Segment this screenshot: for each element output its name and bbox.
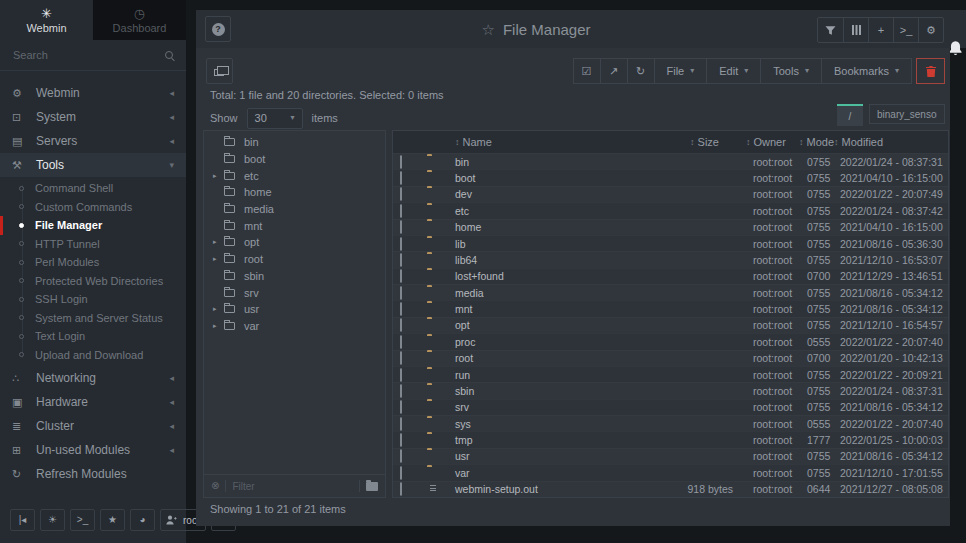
row-checkbox[interactable] xyxy=(400,204,402,218)
table-row-lost-found[interactable]: lost+foundroot:root07002021/12/29 - 13:4… xyxy=(393,268,948,284)
collapse-sidebar-button[interactable]: |◂ xyxy=(10,509,35,531)
table-row-bin[interactable]: binroot:root07552022/01/24 - 08:37:31 xyxy=(393,153,948,169)
row-checkbox[interactable] xyxy=(400,482,402,496)
sidebar-category-un-used-modules[interactable]: ⊞Un-used Modules◂ xyxy=(0,438,186,462)
row-checkbox[interactable] xyxy=(400,286,402,300)
favorite-star-icon[interactable]: ☆ xyxy=(482,22,495,37)
tree-expand-icon[interactable]: ▸ xyxy=(213,172,224,180)
tree-item-sbin[interactable]: sbin xyxy=(204,268,385,285)
table-row-etc[interactable]: etcroot:root07552022/01/24 - 08:37:42 xyxy=(393,202,948,218)
table-row-tmp[interactable]: tmproot:root17772022/01/25 - 10:00:03 xyxy=(393,431,948,447)
menu-tools-button[interactable]: Tools▾ xyxy=(760,58,822,84)
tree-expand-icon[interactable]: ▸ xyxy=(213,305,224,313)
table-row-var[interactable]: varroot:root07552021/12/10 - 17:01:55 xyxy=(393,464,948,480)
tree-filter-input[interactable] xyxy=(232,481,353,492)
menu-file-button[interactable]: File▾ xyxy=(654,58,708,84)
sidebar-item-http-tunnel[interactable]: HTTP Tunnel xyxy=(0,235,186,254)
refresh-button[interactable]: ↻ xyxy=(627,58,655,84)
terminal-button[interactable]: >_ xyxy=(70,509,95,531)
table-row-sys[interactable]: sysroot:root05552022/01/22 - 20:07:40 xyxy=(393,415,948,431)
language-button[interactable]: ◕ xyxy=(130,509,155,531)
select-all-button[interactable]: ☑ xyxy=(573,58,601,84)
folder-select-icon[interactable] xyxy=(366,482,378,491)
tree-item-var[interactable]: ▸var xyxy=(204,318,385,335)
tree-expand-icon[interactable]: ▸ xyxy=(213,322,224,330)
show-items-select[interactable]: 30 ▾ xyxy=(247,108,303,129)
menu-bookmarks-button[interactable]: Bookmarks▾ xyxy=(821,58,912,84)
row-checkbox[interactable] xyxy=(400,417,402,431)
table-row-opt[interactable]: optroot:root07552021/12/10 - 16:54:57 xyxy=(393,317,948,333)
sidebar-category-refresh-modules[interactable]: ↻Refresh Modules xyxy=(0,462,186,486)
table-row-lib64[interactable]: lib64root:root07552021/12/10 - 16:53:07 xyxy=(393,251,948,267)
tree-expand-icon[interactable]: ▸ xyxy=(213,255,224,263)
row-checkbox[interactable] xyxy=(400,384,402,398)
gear-button[interactable]: ⚙ xyxy=(918,18,943,42)
sidebar-item-upload-and-download[interactable]: Upload and Download xyxy=(0,346,186,365)
sidebar-category-servers[interactable]: ▤Servers◂ xyxy=(0,129,186,153)
menu-edit-button[interactable]: Edit▾ xyxy=(706,58,761,84)
row-checkbox[interactable] xyxy=(400,302,402,316)
row-checkbox[interactable] xyxy=(400,187,402,201)
row-checkbox[interactable] xyxy=(400,220,402,234)
row-checkbox[interactable] xyxy=(400,237,402,251)
sidebar-category-networking[interactable]: ∴Networking◂ xyxy=(0,366,186,390)
table-row-usr[interactable]: usrroot:root07552021/08/16 - 05:34:12 xyxy=(393,448,948,464)
table-row-media[interactable]: mediaroot:root07552021/08/16 - 05:34:12 xyxy=(393,284,948,300)
row-checkbox[interactable] xyxy=(400,253,402,267)
copy-path-button[interactable] xyxy=(206,58,233,84)
tree-item-media[interactable]: media xyxy=(204,201,385,218)
breadcrumb-root-button[interactable]: / xyxy=(837,104,863,126)
table-row-dev[interactable]: devroot:root07552022/01/22 - 20:07:49 xyxy=(393,186,948,202)
tab-dashboard[interactable]: ◷ Dashboard xyxy=(93,0,186,40)
table-row-boot[interactable]: bootroot:root07552021/04/10 - 16:15:00 xyxy=(393,169,948,185)
sidebar-item-ssh-login[interactable]: SSH Login xyxy=(0,290,186,309)
sidebar-item-protected-web-directories[interactable]: Protected Web Directories xyxy=(0,272,186,291)
column-header-modified[interactable]: ↕Modified xyxy=(833,136,948,148)
clear-filter-icon[interactable]: ⊗ xyxy=(211,481,219,491)
row-checkbox[interactable] xyxy=(400,155,402,169)
table-row-proc[interactable]: procroot:root05552022/01/22 - 20:07:40 xyxy=(393,333,948,349)
search-input[interactable] xyxy=(13,49,159,61)
column-header-owner[interactable]: ↕Owner xyxy=(737,136,795,148)
row-checkbox[interactable] xyxy=(400,269,402,283)
table-row-sbin[interactable]: sbinroot:root07552022/01/24 - 08:37:31 xyxy=(393,382,948,398)
filter-button[interactable] xyxy=(818,18,843,42)
sidebar-item-file-manager[interactable]: File Manager xyxy=(0,216,186,235)
table-row-srv[interactable]: srvroot:root07552021/08/16 - 05:34:12 xyxy=(393,399,948,415)
table-row-lib[interactable]: libroot:root07552021/08/16 - 05:36:30 xyxy=(393,235,948,251)
table-row-home[interactable]: homeroot:root07552021/04/10 - 16:15:00 xyxy=(393,219,948,235)
table-row-root[interactable]: rootroot:root07002022/01/20 - 10:42:13 xyxy=(393,350,948,366)
sidebar-item-system-and-server-status[interactable]: System and Server Status xyxy=(0,309,186,328)
trash-button[interactable] xyxy=(916,58,945,84)
sidebar-category-tools[interactable]: ⚒Tools▾ xyxy=(0,153,186,177)
sidebar-item-command-shell[interactable]: Command Shell xyxy=(0,179,186,198)
tree-item-root[interactable]: ▸root xyxy=(204,251,385,268)
row-checkbox[interactable] xyxy=(400,318,402,332)
tree-item-opt[interactable]: ▸opt xyxy=(204,234,385,251)
table-row-run[interactable]: runroot:root07552022/01/22 - 20:09:21 xyxy=(393,366,948,382)
favorites-button[interactable]: ★ xyxy=(100,509,125,531)
sidebar-item-custom-commands[interactable]: Custom Commands xyxy=(0,198,186,217)
tree-item-usr[interactable]: ▸usr xyxy=(204,301,385,318)
row-checkbox[interactable] xyxy=(400,335,402,349)
tree-item-mnt[interactable]: mnt xyxy=(204,217,385,234)
open-button[interactable]: ↗ xyxy=(600,58,628,84)
sidebar-category-cluster[interactable]: ≣Cluster◂ xyxy=(0,414,186,438)
tree-item-srv[interactable]: srv xyxy=(204,284,385,301)
row-checkbox[interactable] xyxy=(400,449,402,463)
sidebar-category-hardware[interactable]: ▣Hardware◂ xyxy=(0,390,186,414)
row-checkbox[interactable] xyxy=(400,351,402,365)
column-header-name[interactable]: ↕Name xyxy=(455,136,631,148)
row-checkbox[interactable] xyxy=(400,433,402,447)
sidebar-item-perl-modules[interactable]: Perl Modules xyxy=(0,253,186,272)
tree-item-home[interactable]: home xyxy=(204,184,385,201)
tree-item-etc[interactable]: ▸etc xyxy=(204,167,385,184)
plus-button[interactable]: + xyxy=(868,18,893,42)
terminal-button[interactable]: >_ xyxy=(893,18,918,42)
column-header-size[interactable]: ↕Size xyxy=(631,136,737,148)
tab-webmin[interactable]: ✳ Webmin xyxy=(0,0,93,40)
row-checkbox[interactable] xyxy=(400,400,402,414)
tree-item-boot[interactable]: boot xyxy=(204,151,385,168)
path-search-input[interactable] xyxy=(869,104,945,124)
columns-button[interactable] xyxy=(843,18,868,42)
